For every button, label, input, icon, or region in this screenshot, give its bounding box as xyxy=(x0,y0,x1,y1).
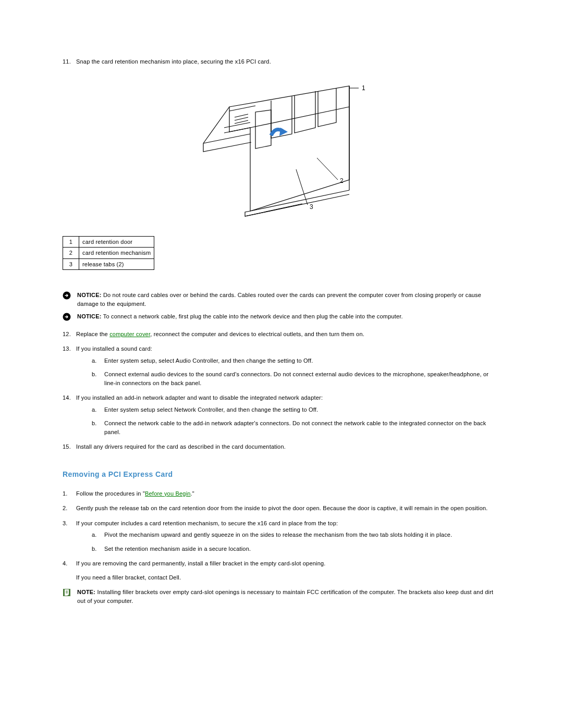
subletter: a. xyxy=(92,356,97,365)
step-14: 14. If you installed an add-in network a… xyxy=(63,393,500,436)
subletter: a. xyxy=(92,405,97,414)
substep: b.Connect external audio devices to the … xyxy=(92,370,500,387)
substep-text: Connect external audio devices to the so… xyxy=(104,371,488,386)
install-steps-first: 11. Snap the card retention mechanism in… xyxy=(63,57,500,66)
notice-icon xyxy=(63,313,72,324)
substep: a.Enter system setup, select Audio Contr… xyxy=(92,356,500,365)
before-you-begin-link[interactable]: Before you Begin xyxy=(145,490,191,497)
step-text: If your computer includes a card retenti… xyxy=(76,520,338,526)
step-number: 1. xyxy=(63,489,68,498)
svg-line-3 xyxy=(296,169,308,205)
step-number: 15. xyxy=(63,442,71,451)
step-text: If you installed an add-in network adapt… xyxy=(76,394,323,401)
manual-page: 11. Snap the card retention mechanism in… xyxy=(0,0,563,728)
step-text: Replace the computer cover, reconnect th… xyxy=(76,331,364,337)
subletter: b. xyxy=(92,545,97,553)
step-11: 11. Snap the card retention mechanism in… xyxy=(63,57,500,66)
step-number: 13. xyxy=(63,344,71,353)
notice-text: NOTICE: Do not route card cables over or… xyxy=(77,291,500,308)
substep-text: Pivot the mechanism upward and gently sq… xyxy=(104,532,452,538)
subletter: b. xyxy=(92,370,97,379)
callout-text: card retention mechanism xyxy=(79,248,154,259)
step-number: 14. xyxy=(63,393,71,402)
table-row: 3 release tabs (2) xyxy=(63,258,154,270)
section-title: Removing a PCI Express Card xyxy=(63,469,500,480)
notice-icon xyxy=(63,291,72,302)
retention-diagram: 1 2 3 xyxy=(63,76,500,227)
callout-text: card retention door xyxy=(79,236,154,248)
step-text: Gently push the release tab on the card … xyxy=(76,505,488,511)
notice-row: NOTICE: To connect a network cable, firs… xyxy=(63,312,500,324)
table-row: 2 card retention mechanism xyxy=(63,248,154,259)
step-number: 2. xyxy=(63,504,68,513)
remove-step-2: 2. Gently push the release tab on the ca… xyxy=(63,504,500,513)
remove-steps: 1. Follow the procedures in "Before you … xyxy=(63,489,500,582)
substep-text: Set the retention mechanism aside in a s… xyxy=(104,546,251,552)
notice-label: NOTICE: xyxy=(77,292,102,298)
remove-step-3: 3. If your computer includes a card rete… xyxy=(63,519,500,553)
note-text: NOTE: Installing filler brackets over em… xyxy=(77,588,500,605)
step-15: 15. Install any drivers required for the… xyxy=(63,442,500,451)
remove-step-1: 1. Follow the procedures in "Before you … xyxy=(63,489,500,498)
substep: b.Connect the network cable to the add-i… xyxy=(92,419,500,436)
install-steps-rest: 12. Replace the computer cover, reconnec… xyxy=(63,330,500,451)
callout-text: release tabs (2) xyxy=(79,258,154,270)
svg-line-2 xyxy=(317,158,338,180)
step-extra: If you need a filler bracket, contact De… xyxy=(76,573,500,582)
remove-step-4: 4. If you are removing the card permanen… xyxy=(63,559,500,582)
diagram-svg: 1 2 3 xyxy=(193,76,370,227)
substep: b.Set the retention mechanism aside in a… xyxy=(92,545,500,553)
callout-index: 2 xyxy=(63,248,79,259)
step-13: 13. If you installed a sound card: a.Ent… xyxy=(63,344,500,387)
step-number: 3. xyxy=(63,519,68,528)
note-row: NOTE: Installing filler brackets over em… xyxy=(63,588,500,605)
step-text: Snap the card retention mechanism into p… xyxy=(76,58,271,65)
callout-index: 3 xyxy=(63,258,79,270)
substep: a.Pivot the mechanism upward and gently … xyxy=(92,530,500,539)
step-text: Follow the procedures in "Before you Beg… xyxy=(76,490,194,497)
step-number: 4. xyxy=(63,559,68,568)
step-text: Install any drivers required for the car… xyxy=(76,443,286,450)
substep: a.Enter system setup select Network Cont… xyxy=(92,405,500,414)
callout-table: 1 card retention door 2 card retention m… xyxy=(63,236,154,270)
subletter: a. xyxy=(92,530,97,539)
substep-text: Connect the network cable to the add-in … xyxy=(104,420,486,435)
substep-text: Enter system setup, select Audio Control… xyxy=(104,357,313,364)
notice-text: NOTICE: To connect a network cable, firs… xyxy=(77,312,500,321)
notice-block: NOTICE: Do not route card cables over or… xyxy=(63,291,500,324)
step-number: 12. xyxy=(63,330,71,339)
subletter: b. xyxy=(92,419,97,428)
step-text: If you are removing the card permanently… xyxy=(76,560,326,566)
diagram-label-2: 2 xyxy=(340,177,344,184)
note-icon xyxy=(63,588,72,599)
notice-row: NOTICE: Do not route card cables over or… xyxy=(63,291,500,308)
note-label: NOTE: xyxy=(77,589,95,595)
substep-text: Enter system setup select Network Contro… xyxy=(104,406,318,413)
step-text: If you installed a sound card: xyxy=(76,346,152,352)
step-12: 12. Replace the computer cover, reconnec… xyxy=(63,330,500,339)
substeps: a.Enter system setup, select Audio Contr… xyxy=(76,356,500,388)
callout-index: 1 xyxy=(63,236,79,248)
table-row: 1 card retention door xyxy=(63,236,154,248)
diagram-label-3: 3 xyxy=(310,203,313,211)
diagram-label-1: 1 xyxy=(362,84,365,92)
substeps: a.Pivot the mechanism upward and gently … xyxy=(76,530,500,553)
notice-label: NOTICE: xyxy=(77,313,102,319)
substeps: a.Enter system setup select Network Cont… xyxy=(76,405,500,437)
computer-cover-link[interactable]: computer cover xyxy=(109,331,150,337)
step-number: 11. xyxy=(63,57,71,66)
